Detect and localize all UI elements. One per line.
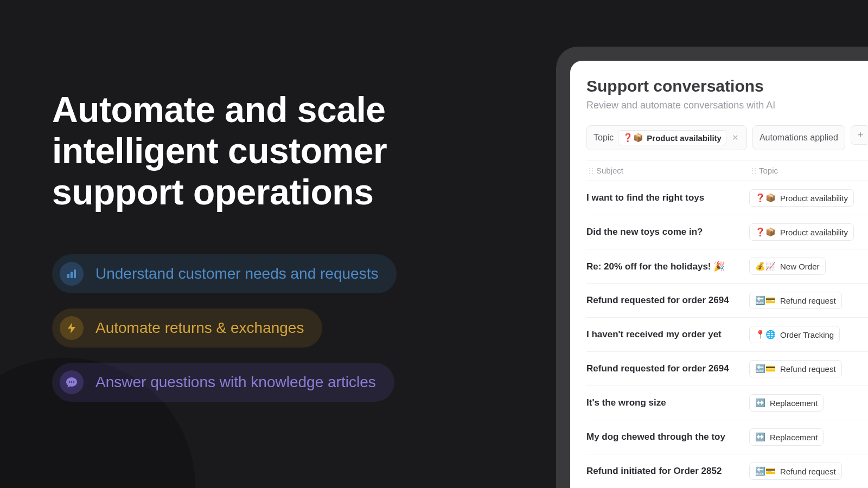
lightning-icon xyxy=(60,316,84,340)
svg-rect-2 xyxy=(74,269,76,278)
pill-understand-needs[interactable]: Understand customer needs and requests xyxy=(52,254,397,293)
hero-title: Automate and scale intelligent customer … xyxy=(52,89,508,213)
row-topic-cell: ↔️Replacement xyxy=(749,428,868,446)
topic-tag[interactable]: ❓📦Product availability xyxy=(749,189,854,207)
filter-topic-emoji: ❓📦 xyxy=(623,133,643,143)
chat-icon xyxy=(60,370,84,394)
device-frame: Support conversations Review and automat… xyxy=(556,47,868,488)
topic-emoji: 📍🌐 xyxy=(755,330,776,339)
row-subject: Did the new toys come in? xyxy=(586,227,749,237)
topic-label: New Order xyxy=(780,262,820,271)
filter-topic-value: Product availability xyxy=(647,133,722,143)
row-subject: Refund requested for order 2694 xyxy=(586,295,749,306)
topic-label: Product availability xyxy=(780,228,848,237)
row-topic-cell: ↔️Replacement xyxy=(749,394,868,412)
row-topic-cell: ❓📦Product availability xyxy=(749,223,868,241)
row-subject: I haven't received my order yet xyxy=(586,329,749,340)
panel-subtitle: Review and automate conversations with A… xyxy=(586,100,868,111)
hero-section: Automate and scale intelligent customer … xyxy=(52,89,508,402)
column-header-topic[interactable]: Topic xyxy=(749,160,868,181)
row-subject: It's the wrong size xyxy=(586,397,749,408)
svg-point-4 xyxy=(71,381,73,383)
filter-label: Automations applied xyxy=(760,133,838,143)
row-topic-cell: 💰📈New Order xyxy=(749,258,868,275)
topic-label: Order Tracking xyxy=(780,330,834,339)
topic-emoji: 🔙💳 xyxy=(755,364,776,374)
row-topic-cell: 🔙💳Refund request xyxy=(749,292,868,309)
svg-point-3 xyxy=(69,381,71,383)
topic-tag[interactable]: ↔️Replacement xyxy=(749,394,824,412)
row-subject: Refund initiated for Order 2852 xyxy=(586,466,749,477)
topic-label: Refund request xyxy=(780,467,836,476)
drag-handle-icon xyxy=(586,167,592,175)
topic-emoji: 🔙💳 xyxy=(755,296,776,305)
table-row[interactable]: Refund requested for order 2694🔙💳Refund … xyxy=(586,352,868,386)
row-topic-cell: 🔙💳Refund request xyxy=(749,360,868,377)
topic-tag[interactable]: ❓📦Product availability xyxy=(749,223,854,241)
panel-title: Support conversations xyxy=(586,77,868,95)
topic-label: Replacement xyxy=(770,399,818,408)
topic-emoji: ❓📦 xyxy=(755,193,776,203)
topic-label: Refund request xyxy=(780,296,836,305)
topic-label: Product availability xyxy=(780,194,848,203)
row-subject: I want to find the right toys xyxy=(586,192,749,203)
feature-pills: Understand customer needs and requests A… xyxy=(52,254,508,402)
svg-rect-0 xyxy=(67,274,69,278)
table-header: Subject Topic xyxy=(586,160,868,181)
topic-label: Replacement xyxy=(770,433,818,442)
topic-tag[interactable]: 🔙💳Refund request xyxy=(749,360,842,377)
row-subject: Refund requested for order 2694 xyxy=(586,363,749,374)
add-filter-button[interactable]: + xyxy=(851,125,868,145)
bar-chart-icon xyxy=(60,262,84,286)
conversations-table: Subject Topic I want to find the right t… xyxy=(586,160,868,488)
topic-emoji: ↔️ xyxy=(755,398,765,408)
row-subject: My dog chewed through the toy xyxy=(586,432,749,442)
table-row[interactable]: Refund initiated for Order 2852🔙💳Refund … xyxy=(586,454,868,488)
table-row[interactable]: Re: 20% off for the holidays! 🎉💰📈New Ord… xyxy=(586,249,868,284)
topic-tag[interactable]: 🔙💳Refund request xyxy=(749,292,842,309)
table-row[interactable]: Did the new toys come in?❓📦Product avail… xyxy=(586,215,868,249)
column-header-subject[interactable]: Subject xyxy=(586,160,749,181)
pill-label: Automate returns & exchanges xyxy=(95,319,304,337)
close-icon[interactable]: ✕ xyxy=(731,133,740,143)
row-topic-cell: 📍🌐Order Tracking xyxy=(749,326,868,343)
table-row[interactable]: It's the wrong size↔️Replacement xyxy=(586,386,868,420)
pill-label: Understand customer needs and requests xyxy=(95,265,378,282)
topic-tag[interactable]: 📍🌐Order Tracking xyxy=(749,326,840,343)
topic-label: Refund request xyxy=(780,364,836,374)
svg-point-5 xyxy=(73,381,75,383)
filter-bar: Topic ❓📦 Product availability ✕ Automati… xyxy=(586,125,868,150)
topic-emoji: ❓📦 xyxy=(755,227,776,237)
filter-automations[interactable]: Automations applied xyxy=(752,125,845,150)
topic-emoji: 🔙💳 xyxy=(755,466,776,476)
drag-handle-icon xyxy=(749,167,755,175)
filter-topic[interactable]: Topic ❓📦 Product availability ✕ xyxy=(586,125,747,150)
table-row[interactable]: Refund requested for order 2694🔙💳Refund … xyxy=(586,284,868,318)
pill-knowledge-articles[interactable]: Answer questions with knowledge articles xyxy=(52,363,394,402)
svg-rect-1 xyxy=(71,272,73,278)
topic-tag[interactable]: 🔙💳Refund request xyxy=(749,463,842,480)
topic-emoji: 💰📈 xyxy=(755,261,776,271)
table-row[interactable]: My dog chewed through the toy↔️Replaceme… xyxy=(586,420,868,454)
pill-label: Answer questions with knowledge articles xyxy=(95,374,376,391)
app-screen: Support conversations Review and automat… xyxy=(570,61,868,488)
row-subject: Re: 20% off for the holidays! 🎉 xyxy=(586,261,749,272)
row-topic-cell: 🔙💳Refund request xyxy=(749,463,868,480)
topic-tag[interactable]: ↔️Replacement xyxy=(749,428,824,446)
table-row[interactable]: I want to find the right toys❓📦Product a… xyxy=(586,181,868,215)
topic-emoji: ↔️ xyxy=(755,432,765,442)
table-row[interactable]: I haven't received my order yet📍🌐Order T… xyxy=(586,318,868,352)
row-topic-cell: ❓📦Product availability xyxy=(749,189,868,207)
filter-label: Topic xyxy=(593,133,614,143)
pill-automate-returns[interactable]: Automate returns & exchanges xyxy=(52,309,322,348)
topic-tag[interactable]: 💰📈New Order xyxy=(749,258,826,275)
filter-topic-tag: ❓📦 Product availability xyxy=(618,130,726,145)
